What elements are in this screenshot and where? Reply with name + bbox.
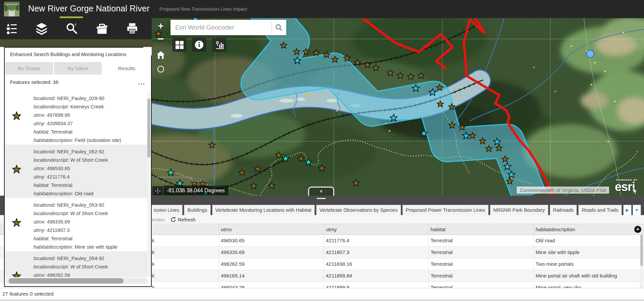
scrollbar-thumb[interactable]	[640, 235, 643, 266]
magnifier-icon	[275, 24, 283, 31]
locate-icon	[157, 65, 165, 73]
cell: Terrestrial	[429, 282, 534, 288]
cell: 4211807.3	[324, 247, 429, 258]
chevron-down-icon: ▼	[319, 189, 324, 194]
cell: 4211899.9	[324, 282, 429, 288]
result-item[interactable]: locationidNERI_Pauley_054-92 locationdes…	[5, 251, 151, 277]
column-header-utmy[interactable]: utmy	[324, 224, 429, 235]
refresh-icon	[170, 217, 176, 222]
attr-line: utmx496262.59	[34, 271, 148, 277]
cell: Mine portal air shaft with old building	[534, 270, 644, 282]
cell: 496335.69	[219, 247, 324, 258]
tab-scroll-next-button[interactable]: ▶	[623, 205, 632, 215]
features-selected-label: Features selected: 36	[10, 79, 58, 85]
cell: Terrestrial	[429, 258, 534, 270]
toolbox-icon[interactable]	[95, 21, 109, 36]
info-button[interactable]	[192, 38, 206, 52]
star-icon	[12, 218, 21, 227]
refresh-button[interactable]: Refresh	[170, 217, 196, 222]
tab-by-shape[interactable]: By Shape	[5, 62, 53, 74]
attr-line: utmy4211776.4	[34, 173, 148, 181]
column-header-utmx[interactable]: utmx	[219, 224, 324, 235]
cell: 496530.65	[219, 235, 324, 246]
result-item[interactable]: locationidNERI_Pauley_028-90 locationdes…	[5, 91, 151, 145]
home-button[interactable]	[155, 50, 166, 61]
coordinate-crosshair-icon[interactable]	[153, 186, 163, 195]
attr-line: locationidNERI_Pauley_052-92	[34, 148, 148, 156]
result-item[interactable]: locationidNERI_Pauley_052-92 locationdes…	[5, 145, 151, 198]
cell: Terrestrial	[429, 235, 534, 246]
attr-line: locationidNERI_Pauley_054-92	[34, 254, 148, 263]
scale-label: 0.2mi	[192, 177, 205, 183]
attr-line: locationidNERI_Pauley_028-90	[34, 94, 148, 103]
table-scrollbar[interactable]	[640, 235, 643, 288]
legend-icon[interactable]	[5, 21, 18, 36]
locate-button[interactable]	[157, 65, 165, 73]
tab-vertebrate-observations[interactable]: Vertebrate Observations by Species	[316, 205, 401, 215]
tab-vertebrate-monitoring[interactable]: Vertebrate Monitoring Locations with Hab…	[212, 205, 315, 215]
results-menu-button[interactable]: ...	[138, 81, 145, 84]
column-header-habitatdescription[interactable]: habitatdescription	[534, 224, 644, 235]
tab-results[interactable]: Results	[103, 62, 151, 74]
field-options-button[interactable]: +	[634, 226, 641, 233]
attr-line: utmy4209834.37	[34, 119, 148, 128]
layers-icon[interactable]	[35, 21, 48, 36]
cell: 4211899.84	[324, 270, 429, 282]
clear-selection-button[interactable]: ection	[152, 217, 165, 222]
page-title: New River Gorge National River	[28, 4, 150, 13]
star-icon	[12, 271, 21, 277]
cell: 496262.59	[219, 258, 324, 270]
tab-proposed-power-lines[interactable]: Proposed Power Transmission Lines	[402, 205, 489, 215]
pond	[587, 50, 594, 57]
status-bar: 27 features 0 selected	[0, 288, 644, 299]
attr-line: locationdescriptW of Short Creek	[34, 209, 148, 218]
scrollbar-thumb[interactable]	[9, 278, 123, 284]
map-canvas[interactable]: + −	[152, 18, 644, 196]
cell: Mine portal, very dry	[534, 282, 644, 288]
result-list: locationidNERI_Pauley_028-90 locationdes…	[5, 91, 151, 277]
page-subtitle: Proposed New Transmission Lines Impact	[159, 6, 247, 12]
result-item[interactable]: locationidNERI_Pauley_053-92 locationdes…	[5, 198, 151, 251]
cell: 496043.28	[219, 282, 324, 288]
cell: Mine site with tipple	[534, 247, 644, 258]
attr-line: habitatTerrestrial	[34, 181, 148, 190]
refresh-label: Refresh	[178, 217, 196, 222]
search-icon[interactable]: e	[65, 21, 79, 36]
tab-by-value[interactable]: By Value	[54, 62, 102, 74]
app-logo	[4, 2, 19, 16]
panel-vertical-scrollbar[interactable]	[147, 91, 150, 277]
table-collapse-button[interactable]: ▼	[308, 187, 334, 196]
tab-park-boundary[interactable]: NRGNR Park Boundary	[490, 205, 548, 215]
basemap-gallery-button[interactable]	[172, 38, 186, 52]
app-header: New River Gorge National River Proposed …	[0, 0, 644, 18]
tab-transmission-lines[interactable]: ission Lines	[150, 205, 183, 215]
footer-strip	[0, 299, 644, 301]
zoom-in-button[interactable]: +	[155, 20, 166, 32]
scrollbar-thumb[interactable]	[147, 99, 150, 157]
attr-line: utmx496335.69	[34, 218, 148, 226]
cursor-icon	[632, 188, 638, 194]
print-icon[interactable]	[126, 21, 139, 36]
panel-header-strip	[0, 39, 152, 47]
infographic-button[interactable]	[212, 38, 226, 52]
basemap-grid-icon	[175, 41, 184, 49]
tab-buildings[interactable]: Buildings	[184, 205, 210, 215]
infographic-icon	[215, 40, 224, 50]
cell: Two mine portals	[534, 258, 644, 270]
panel-horizontal-scrollbar[interactable]	[6, 278, 148, 284]
cell: 4211838.16	[324, 258, 429, 270]
cell: Terrestrial	[429, 270, 534, 282]
tab-list-menu-button[interactable]: ▼	[633, 205, 641, 215]
attr-line: locationidNERI_Pauley_053-92	[34, 201, 148, 209]
column-header-habitat[interactable]: habitat	[429, 224, 534, 235]
tab-roads-trails[interactable]: Roads and Trails	[578, 205, 622, 215]
zoom-out-button[interactable]: −	[155, 32, 166, 44]
attr-line: habitatdescriptionField (substation site…	[34, 136, 148, 145]
geocoder-search-button[interactable]	[271, 20, 286, 35]
attr-line: locationdescriptW of Short Creek	[34, 263, 148, 271]
panel-tabs: By Shape By Value Results	[5, 62, 151, 74]
geocoder-input[interactable]	[170, 24, 271, 31]
tab-railroads[interactable]: Railroads	[550, 205, 577, 215]
drag-handle[interactable]	[317, 198, 326, 199]
attr-line: habitatTerrestrial	[34, 235, 148, 243]
